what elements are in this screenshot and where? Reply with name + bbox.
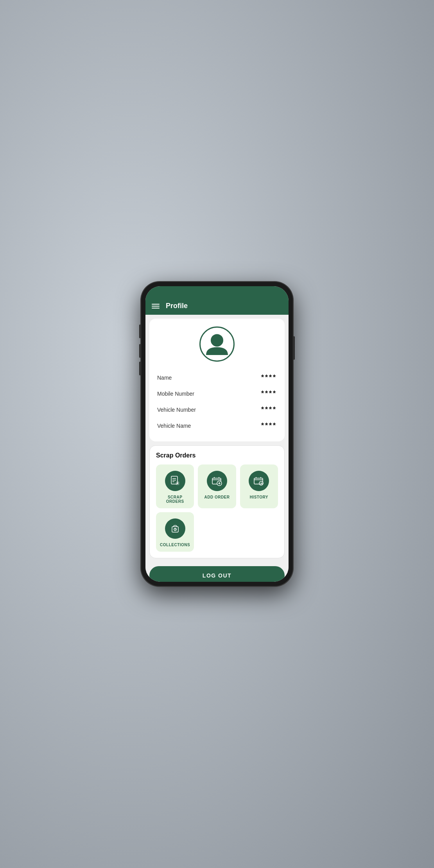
collections-icon bbox=[169, 523, 181, 534]
status-bar bbox=[145, 286, 289, 297]
history-icon bbox=[253, 475, 265, 487]
avatar bbox=[199, 326, 235, 362]
profile-row-vehicle-number: Vehicle Number **** bbox=[157, 402, 277, 418]
main-content: Name **** Mobile Number **** Vehicle Num… bbox=[145, 315, 289, 582]
app-header: Profile bbox=[145, 297, 289, 315]
scrap-orders-icon bbox=[169, 475, 181, 487]
avatar-container bbox=[157, 326, 277, 362]
vehicle-name-value: **** bbox=[261, 421, 277, 430]
logout-button[interactable]: LOG OUT bbox=[149, 566, 285, 582]
phone-device: Profile Name bbox=[141, 282, 293, 586]
name-value: **** bbox=[261, 373, 277, 382]
name-label: Name bbox=[157, 375, 172, 381]
collections-label: COLLECTIONS bbox=[160, 543, 190, 547]
profile-row-name: Name **** bbox=[157, 369, 277, 386]
page-title: Profile bbox=[166, 302, 188, 310]
scrap-orders-title: Scrap Orders bbox=[156, 452, 278, 459]
profile-card: Name **** Mobile Number **** Vehicle Num… bbox=[149, 319, 285, 441]
scrap-orders-icon-circle bbox=[165, 471, 185, 491]
history-icon-circle bbox=[249, 471, 269, 491]
orders-grid: SCRAP ORDERS bbox=[156, 464, 278, 508]
history-button[interactable]: HISTORY bbox=[240, 464, 278, 508]
avatar-icon bbox=[201, 328, 233, 360]
profile-row-mobile: Mobile Number **** bbox=[157, 386, 277, 402]
profile-row-vehicle-name: Vehicle Name **** bbox=[157, 418, 277, 434]
add-order-label: ADD ORDER bbox=[204, 495, 230, 499]
collections-row: COLLECTIONS bbox=[156, 512, 278, 552]
add-order-icon bbox=[211, 475, 223, 487]
scrap-orders-button[interactable]: SCRAP ORDERS bbox=[156, 464, 194, 508]
add-order-icon-circle bbox=[207, 471, 227, 491]
phone-screen: Profile Name bbox=[145, 286, 289, 582]
hamburger-menu-button[interactable] bbox=[152, 304, 160, 308]
vehicle-number-label: Vehicle Number bbox=[157, 407, 196, 413]
collections-button[interactable]: COLLECTIONS bbox=[156, 512, 194, 552]
scrap-orders-section: Scrap Orders bbox=[149, 445, 285, 558]
mobile-label: Mobile Number bbox=[157, 391, 194, 397]
profile-info: Name **** Mobile Number **** Vehicle Num… bbox=[157, 369, 277, 434]
scrap-orders-label: SCRAP ORDERS bbox=[159, 495, 191, 504]
mobile-value: **** bbox=[261, 389, 277, 398]
history-label: HISTORY bbox=[250, 495, 268, 499]
add-order-button[interactable]: ADD ORDER bbox=[198, 464, 236, 508]
vehicle-name-label: Vehicle Name bbox=[157, 423, 191, 429]
svg-point-0 bbox=[211, 334, 223, 346]
collections-icon-circle bbox=[165, 518, 185, 539]
logout-container: LOG OUT bbox=[145, 562, 289, 582]
vehicle-number-value: **** bbox=[261, 405, 277, 414]
